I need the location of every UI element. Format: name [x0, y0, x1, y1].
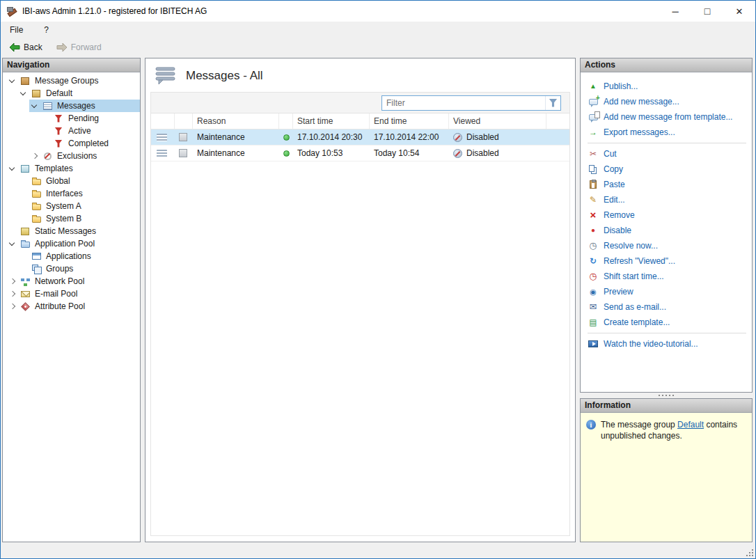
add-message-icon: [589, 99, 598, 105]
messages-table-container: Reason Start time End time Viewed Mainte…: [150, 92, 570, 536]
tree-item-messages[interactable]: Messages: [3, 100, 140, 112]
cell-viewed: Disabled: [466, 148, 499, 158]
chevron-expanded-icon[interactable]: [7, 76, 17, 86]
resolve-now-icon: ◷: [588, 240, 599, 251]
action-remove[interactable]: ×Remove: [588, 207, 748, 223]
templates-icon: [21, 165, 29, 173]
menu-help[interactable]: ?: [41, 24, 52, 36]
tree-item-system-a[interactable]: System A: [3, 200, 140, 212]
cell-viewed: Disabled: [466, 132, 499, 142]
column-header-start-time[interactable]: Start time: [293, 113, 370, 129]
message-row[interactable]: Maintenance 17.10.2014 20:30 17.10.2014 …: [151, 129, 569, 145]
default-group-link[interactable]: Default: [677, 420, 704, 430]
filter-funnel-button[interactable]: [545, 96, 560, 110]
chevron-collapsed-icon[interactable]: [7, 276, 17, 287]
action-refresh-viewed[interactable]: ↻Refresh "Viewed"...: [588, 253, 748, 269]
action-add-message-from-template[interactable]: Add new message from template...: [588, 109, 748, 125]
action-copy[interactable]: Copy: [588, 162, 748, 177]
title-bar: IBI-aws Admin 1.21.0 - registered for IB…: [1, 1, 755, 22]
exclusions-icon: [44, 152, 52, 160]
tree-item-email-pool[interactable]: E-mail Pool: [3, 288, 140, 300]
action-shift-start-time[interactable]: ◷Shift start time...: [588, 269, 748, 284]
actions-panel: Actions ▲Publish... Add new message... A…: [580, 58, 753, 393]
app-window: IBI-aws Admin 1.21.0 - registered for IB…: [0, 0, 756, 559]
folder-icon: [32, 179, 41, 185]
chevron-expanded-icon[interactable]: [29, 101, 40, 111]
information-header: Information: [581, 399, 752, 413]
action-add-new-message[interactable]: Add new message...: [588, 94, 748, 109]
status-dot-icon: [283, 134, 290, 141]
action-watch-video-tutorial[interactable]: Watch the video-tutorial...: [588, 336, 748, 352]
tree-item-attribute-pool[interactable]: Attribute Pool: [3, 300, 140, 313]
tree-item-application-pool[interactable]: Application Pool: [3, 237, 140, 250]
chevron-collapsed-icon[interactable]: [7, 289, 17, 299]
tree-item-exclusions[interactable]: Exclusions: [3, 150, 140, 162]
tree-item-message-groups[interactable]: Message Groups: [3, 74, 140, 87]
tree-item-system-b[interactable]: System B: [3, 212, 140, 225]
chevron-spacer: [18, 251, 29, 262]
chevron-spacer: [18, 176, 29, 187]
filter-input[interactable]: [382, 98, 545, 108]
tree-item-active[interactable]: Active: [3, 125, 140, 137]
tree-item-completed[interactable]: Completed: [3, 137, 140, 150]
tree-item-global[interactable]: Global: [3, 175, 140, 187]
action-export-messages[interactable]: →Export messages...: [588, 125, 748, 140]
maximize-button[interactable]: □: [691, 1, 723, 22]
action-send-as-email[interactable]: ✉Send as e-mail...: [588, 299, 748, 315]
status-dot-icon: [283, 150, 290, 157]
static-messages-icon: [21, 228, 29, 235]
forward-button[interactable]: Forward: [52, 41, 106, 54]
back-button[interactable]: Back: [5, 41, 47, 54]
tree-item-static-messages[interactable]: Static Messages: [3, 225, 140, 237]
column-header-reason[interactable]: Reason: [193, 113, 279, 129]
content-area: Navigation Message Groups Default Messag…: [1, 56, 755, 544]
chevron-collapsed-icon[interactable]: [7, 301, 17, 312]
tree-item-templates[interactable]: Templates: [3, 162, 140, 175]
tree-item-pending[interactable]: Pending: [3, 112, 140, 125]
chevron-spacer: [40, 139, 51, 149]
column-header-state-icon[interactable]: [175, 113, 193, 129]
back-button-label: Back: [24, 42, 42, 52]
action-publish[interactable]: ▲Publish...: [588, 79, 748, 94]
column-header-viewed[interactable]: Viewed: [449, 113, 546, 129]
action-paste[interactable]: Paste: [588, 177, 748, 192]
tree-item-default[interactable]: Default: [3, 87, 140, 100]
chevron-expanded-icon[interactable]: [7, 164, 17, 174]
cell-end-time: 17.10.2014 22:00: [370, 132, 449, 142]
messages-page-icon: [154, 66, 178, 85]
chevron-collapsed-icon[interactable]: [29, 151, 40, 162]
filter-bar: [151, 93, 569, 113]
tree-item-applications[interactable]: Applications: [3, 250, 140, 262]
chevron-expanded-icon[interactable]: [18, 88, 29, 99]
column-header-status[interactable]: [279, 113, 293, 129]
minimize-button[interactable]: ─: [659, 1, 691, 22]
column-header-message-icon[interactable]: [151, 113, 175, 129]
chevron-spacer: [40, 113, 51, 124]
message-row-icon: [157, 134, 167, 141]
action-disable[interactable]: ●Disable: [588, 223, 748, 238]
information-panel: Information i The message group Default …: [580, 398, 753, 542]
message-row[interactable]: Maintenance Today 10:53 Today 10:54 Disa…: [151, 145, 569, 162]
action-preview[interactable]: ◉Preview: [588, 284, 748, 299]
cell-start-time: 17.10.2014 20:30: [293, 132, 370, 142]
refresh-viewed-icon: ↻: [588, 255, 599, 267]
video-tutorial-icon: [588, 340, 598, 347]
action-resolve-now[interactable]: ◷Resolve now...: [588, 238, 748, 253]
panel-splitter[interactable]: [580, 393, 753, 398]
folder-icon: [32, 216, 41, 223]
menu-file[interactable]: File: [7, 24, 26, 36]
tree-item-network-pool[interactable]: Network Pool: [3, 275, 140, 288]
resize-grip[interactable]: [746, 549, 755, 558]
remove-icon: ×: [588, 210, 599, 221]
tree-item-groups[interactable]: Groups: [3, 262, 140, 275]
action-cut[interactable]: ✂Cut: [588, 146, 748, 162]
navigation-panel: Navigation Message Groups Default Messag…: [2, 58, 141, 542]
chevron-expanded-icon[interactable]: [7, 239, 17, 249]
email-pool-icon: [21, 291, 30, 297]
close-button[interactable]: ✕: [723, 1, 755, 22]
right-column: Actions ▲Publish... Add new message... A…: [580, 58, 753, 542]
action-edit[interactable]: ✎Edit...: [588, 192, 748, 207]
tree-item-interfaces[interactable]: Interfaces: [3, 187, 140, 200]
column-header-end-time[interactable]: End time: [370, 113, 449, 129]
action-create-template[interactable]: ▤Create template...: [588, 315, 748, 330]
